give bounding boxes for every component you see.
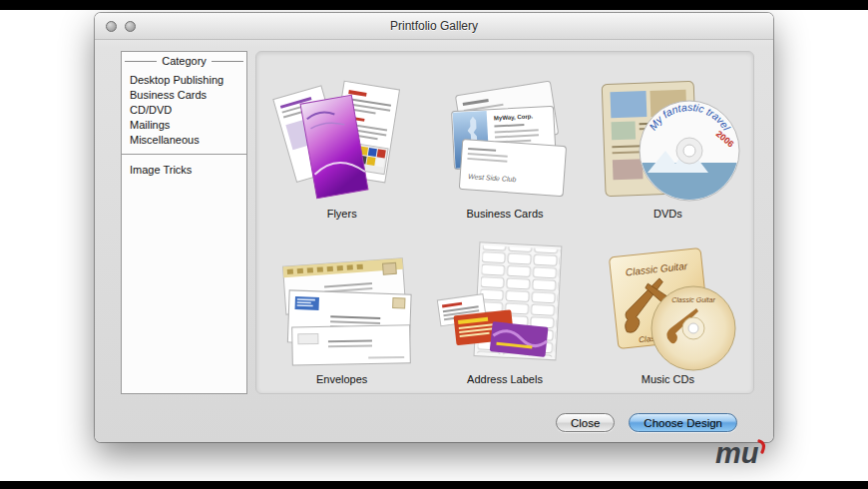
gallery-item-envelopes[interactable]: Envelopes — [260, 223, 423, 388]
sidebar-item-mailings[interactable]: Mailings — [122, 117, 246, 132]
screen-letterbox-bottom — [0, 481, 868, 489]
gallery-item-dvds[interactable]: My fantastic travel 2006 DVDs — [587, 57, 749, 223]
header-rule-right — [212, 61, 243, 62]
header-rule-left — [125, 61, 157, 62]
gallery-item-address-labels[interactable]: Address Labels — [423, 223, 586, 388]
traffic-lights — [106, 21, 136, 32]
screen-letterbox-top — [0, 0, 868, 10]
minimize-window-button[interactable] — [125, 21, 136, 32]
sidebar-item-business-cards[interactable]: Business Cards — [122, 87, 246, 102]
macupdate-logo: mu — [714, 435, 768, 477]
macupdate-logo-text: mu — [715, 437, 759, 469]
gallery-item-label: Business Cards — [466, 208, 543, 220]
music-cds-thumbnail: Classic Guitar Classic Guitar Classic Gu… — [590, 241, 745, 372]
category-header: Category — [122, 52, 246, 68]
printfolio-gallery-window: Printfolio Gallery Category Desktop Publ… — [95, 13, 773, 442]
flyers-thumbnail — [264, 75, 420, 207]
category-header-label: Category — [162, 55, 207, 67]
choose-design-button[interactable]: Choose Design — [629, 413, 737, 432]
sidebar-item-cd-dvd[interactable]: CD/DVD — [122, 102, 246, 117]
gallery-item-label: Music CDs — [642, 373, 694, 385]
category-list: Desktop Publishing Business Cards CD/DVD… — [122, 72, 246, 177]
close-window-button[interactable] — [106, 21, 117, 32]
window-titlebar: Printfolio Gallery — [95, 13, 773, 40]
close-button[interactable]: Close — [556, 413, 615, 432]
category-sidebar: Category Desktop Publishing Business Car… — [121, 51, 247, 394]
macupdate-logo-accent — [759, 441, 763, 452]
macupdate-logo-glyph: mu — [714, 435, 768, 473]
gallery-item-label: DVDs — [653, 208, 682, 220]
gallery-item-label: Flyers — [327, 208, 357, 220]
gallery-item-business-cards[interactable]: MyWay, Corp. West Side Club Business Car… — [423, 57, 586, 223]
sidebar-item-desktop-publishing[interactable]: Desktop Publishing — [122, 72, 246, 87]
envelopes-thumbnail — [264, 241, 420, 372]
gallery-item-label: Envelopes — [316, 373, 367, 385]
sidebar-item-miscellaneous[interactable]: Miscellaneous — [122, 132, 246, 147]
gallery-item-music-cds[interactable]: Classic Guitar Classic Guitar Classic Gu… — [587, 223, 749, 388]
gallery-item-label: Address Labels — [467, 373, 543, 385]
address-labels-thumbnail — [427, 241, 583, 372]
sidebar-divider — [122, 154, 246, 155]
gallery-item-flyers[interactable]: Flyers — [260, 57, 423, 223]
dvds-thumbnail: My fantastic travel 2006 — [590, 75, 745, 207]
sidebar-item-image-tricks[interactable]: Image Tricks — [122, 162, 246, 177]
cd-disc-title: Classic Guitar — [672, 296, 716, 303]
window-title: Printfolio Gallery — [390, 19, 478, 33]
dialog-footer: Close Choose Design — [556, 413, 737, 432]
business-cards-thumbnail: MyWay, Corp. West Side Club — [427, 75, 583, 207]
design-gallery: Flyers M — [255, 51, 754, 394]
